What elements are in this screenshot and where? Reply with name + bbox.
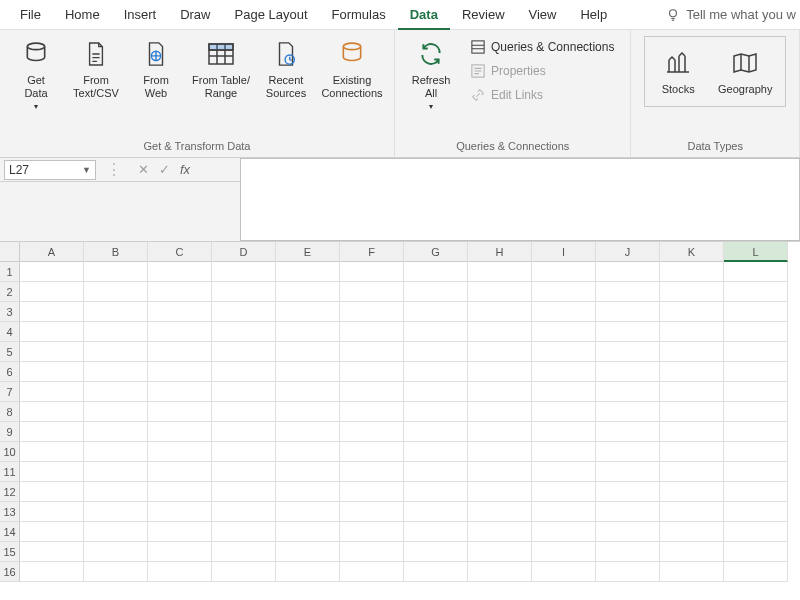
cell-A1[interactable] [20,262,84,282]
cell-H12[interactable] [468,482,532,502]
cell-L16[interactable] [724,562,788,582]
cell-G10[interactable] [404,442,468,462]
cell-C1[interactable] [148,262,212,282]
cell-G16[interactable] [404,562,468,582]
cell-J3[interactable] [596,302,660,322]
cell-J13[interactable] [596,502,660,522]
cell-L10[interactable] [724,442,788,462]
cell-J2[interactable] [596,282,660,302]
row-header-15[interactable]: 15 [0,542,20,562]
cell-J12[interactable] [596,482,660,502]
cell-L2[interactable] [724,282,788,302]
cell-F1[interactable] [340,262,404,282]
cell-K13[interactable] [660,502,724,522]
select-all-corner[interactable] [0,242,20,262]
cell-A11[interactable] [20,462,84,482]
tab-data[interactable]: Data [398,0,450,30]
cell-I5[interactable] [532,342,596,362]
cell-I12[interactable] [532,482,596,502]
cell-H16[interactable] [468,562,532,582]
cell-C13[interactable] [148,502,212,522]
cell-I2[interactable] [532,282,596,302]
row-header-9[interactable]: 9 [0,422,20,442]
cell-G13[interactable] [404,502,468,522]
cell-E10[interactable] [276,442,340,462]
row-header-8[interactable]: 8 [0,402,20,422]
tab-view[interactable]: View [517,0,569,30]
cell-G8[interactable] [404,402,468,422]
cells-grid[interactable] [20,262,800,582]
chevron-down-icon[interactable]: ▼ [82,165,91,175]
cell-F10[interactable] [340,442,404,462]
cell-I7[interactable] [532,382,596,402]
cell-I3[interactable] [532,302,596,322]
cell-K3[interactable] [660,302,724,322]
row-header-5[interactable]: 5 [0,342,20,362]
cell-J8[interactable] [596,402,660,422]
cell-C7[interactable] [148,382,212,402]
row-header-11[interactable]: 11 [0,462,20,482]
queries-connections-button[interactable]: Queries & Connections [467,38,618,56]
cell-H2[interactable] [468,282,532,302]
cell-D8[interactable] [212,402,276,422]
cell-E8[interactable] [276,402,340,422]
cell-B13[interactable] [84,502,148,522]
cell-A10[interactable] [20,442,84,462]
cell-B16[interactable] [84,562,148,582]
cell-H11[interactable] [468,462,532,482]
cell-G6[interactable] [404,362,468,382]
row-header-2[interactable]: 2 [0,282,20,302]
cell-F6[interactable] [340,362,404,382]
cell-K5[interactable] [660,342,724,362]
row-header-14[interactable]: 14 [0,522,20,542]
cell-D9[interactable] [212,422,276,442]
tell-me-search[interactable]: Tell me what you w [666,7,796,22]
cell-C11[interactable] [148,462,212,482]
row-header-10[interactable]: 10 [0,442,20,462]
cell-J15[interactable] [596,542,660,562]
cell-E9[interactable] [276,422,340,442]
fx-icon[interactable]: fx [180,162,190,177]
cell-E3[interactable] [276,302,340,322]
cell-J4[interactable] [596,322,660,342]
cell-G1[interactable] [404,262,468,282]
cell-D12[interactable] [212,482,276,502]
cell-E16[interactable] [276,562,340,582]
cell-K14[interactable] [660,522,724,542]
refresh-all-button[interactable]: Refresh All▾ [403,34,459,117]
cell-C6[interactable] [148,362,212,382]
cell-B10[interactable] [84,442,148,462]
geography-button[interactable]: Geography [713,43,777,100]
cell-B4[interactable] [84,322,148,342]
cell-L3[interactable] [724,302,788,322]
cell-A2[interactable] [20,282,84,302]
cell-L9[interactable] [724,422,788,442]
cell-G2[interactable] [404,282,468,302]
cell-G12[interactable] [404,482,468,502]
cell-C12[interactable] [148,482,212,502]
cell-I14[interactable] [532,522,596,542]
cell-I10[interactable] [532,442,596,462]
cell-J11[interactable] [596,462,660,482]
cell-L14[interactable] [724,522,788,542]
column-header-B[interactable]: B [84,242,148,262]
cell-B7[interactable] [84,382,148,402]
tab-insert[interactable]: Insert [112,0,169,30]
cell-G7[interactable] [404,382,468,402]
cell-B5[interactable] [84,342,148,362]
cell-G15[interactable] [404,542,468,562]
cell-F4[interactable] [340,322,404,342]
cell-C2[interactable] [148,282,212,302]
cell-F11[interactable] [340,462,404,482]
tab-pagelayout[interactable]: Page Layout [223,0,320,30]
cell-C15[interactable] [148,542,212,562]
column-header-A[interactable]: A [20,242,84,262]
cell-B3[interactable] [84,302,148,322]
cell-A7[interactable] [20,382,84,402]
cell-B12[interactable] [84,482,148,502]
cell-D15[interactable] [212,542,276,562]
cell-L7[interactable] [724,382,788,402]
cell-B2[interactable] [84,282,148,302]
cell-H1[interactable] [468,262,532,282]
cell-L11[interactable] [724,462,788,482]
